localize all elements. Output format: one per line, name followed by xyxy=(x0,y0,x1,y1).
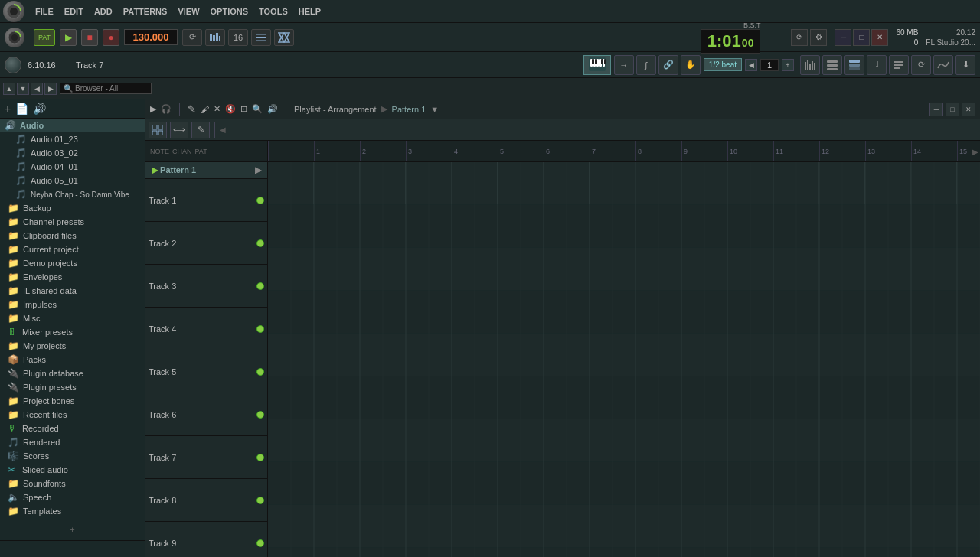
browser-item-speech[interactable]: 🔈 Speech xyxy=(0,490,145,504)
maximize-button[interactable]: □ xyxy=(853,29,870,46)
transport-logo[interactable] xyxy=(5,28,24,47)
browser-item-il-shared[interactable]: 📁 IL shared data xyxy=(0,284,145,298)
piano-roll-button[interactable] xyxy=(583,55,611,75)
pattern-button[interactable]: ⟳ xyxy=(911,55,931,75)
browser-item-impulses[interactable]: 📁 Impulses xyxy=(0,298,145,311)
eq-button[interactable] xyxy=(933,55,953,75)
stop-button[interactable]: ■ xyxy=(81,29,98,46)
table-row[interactable]: Track 2 xyxy=(145,222,267,265)
channel-rack-button[interactable] xyxy=(822,55,842,75)
minimize-button[interactable]: ─ xyxy=(835,29,851,46)
menu-patterns[interactable]: PATTERNS xyxy=(119,5,172,18)
grid-row-8[interactable] xyxy=(268,462,980,505)
grid-row-1[interactable] xyxy=(268,162,980,205)
grid-scroll-left[interactable]: ◀ xyxy=(220,125,226,134)
headphones-icon[interactable]: 🎧 xyxy=(161,104,172,114)
pt-pencil-icon[interactable]: ✎ xyxy=(191,122,210,138)
pattern-grid[interactable] xyxy=(268,162,980,557)
playlist-maximize-btn[interactable]: □ xyxy=(946,103,959,116)
browser-item-scores[interactable]: 🎼 Scores xyxy=(0,449,145,463)
pt-move-icon[interactable]: ⟺ xyxy=(170,122,188,138)
browser-add-icon[interactable]: + xyxy=(5,103,11,115)
menu-file[interactable]: FILE xyxy=(31,5,58,18)
table-row[interactable]: Track 6 xyxy=(145,393,267,436)
menu-edit[interactable]: EDIT xyxy=(60,5,88,18)
paint-icon[interactable]: 🖌 xyxy=(201,105,209,114)
transport-icon-1[interactable]: ⟳ xyxy=(182,29,202,46)
step-plus-button[interactable]: + xyxy=(782,59,794,71)
browser-item-mixer-presets[interactable]: 🎚 Mixer presets xyxy=(0,325,145,339)
menu-add[interactable]: ADD xyxy=(90,5,117,18)
browser-file-icon[interactable]: 📄 xyxy=(15,103,28,115)
magnet-button[interactable]: ∫ xyxy=(636,55,656,75)
app-logo[interactable] xyxy=(3,1,24,22)
piano-view-button[interactable]: ♩ xyxy=(867,55,887,75)
browser-item-current-project[interactable]: 📁 Current project xyxy=(0,243,145,256)
touch-button[interactable]: ✋ xyxy=(681,55,701,75)
close-button[interactable]: ✕ xyxy=(871,29,888,46)
pattern-expand[interactable]: ▶ xyxy=(255,165,261,175)
grid-row-2[interactable] xyxy=(268,205,980,248)
browser-item-packs[interactable]: 📦 Packs xyxy=(0,353,145,366)
play-button[interactable]: ▶ xyxy=(60,29,77,46)
beat-prev-button[interactable]: ◀ xyxy=(745,59,757,71)
transport-icon-4[interactable] xyxy=(251,29,271,46)
browser-item-my-projects[interactable]: 📁 My projects xyxy=(0,339,145,353)
grid-row-6[interactable] xyxy=(268,376,980,419)
time-display[interactable]: 1:01 xyxy=(707,31,741,51)
table-row[interactable]: Track 7 xyxy=(145,436,267,479)
grid-row-7[interactable] xyxy=(268,419,980,462)
browser-speaker-icon[interactable]: 🔊 xyxy=(33,103,46,115)
playlist-close-btn[interactable]: ✕ xyxy=(962,103,975,116)
playlist-play-icon[interactable]: ▶ xyxy=(150,104,156,114)
browser-item-neyba[interactable]: 🎵 Neyba Chap - So Damn Vibe xyxy=(0,187,145,201)
grid-row-5[interactable] xyxy=(268,334,980,376)
snap-button[interactable]: → xyxy=(614,55,634,75)
browser-item-recorded[interactable]: 🎙 Recorded xyxy=(0,422,145,435)
draw-icon[interactable]: ✎ xyxy=(188,103,196,115)
menu-tools[interactable]: TOOLS xyxy=(254,5,292,18)
table-row[interactable]: Track 3 xyxy=(145,265,267,308)
settings-icon[interactable]: ⚙ xyxy=(810,29,827,46)
playlist-button[interactable] xyxy=(844,55,864,75)
menu-view[interactable]: VIEW xyxy=(173,5,204,18)
browser-nav-left[interactable]: ◀ xyxy=(31,83,43,95)
mixer-button[interactable] xyxy=(800,55,820,75)
grid-row-4[interactable] xyxy=(268,291,980,334)
browser-item-plugin-db[interactable]: 🔌 Plugin database xyxy=(0,366,145,380)
browser-item-rendered[interactable]: 🎵 Rendered xyxy=(0,435,145,449)
grid-row-10[interactable] xyxy=(268,548,980,557)
table-row[interactable]: Track 4 xyxy=(145,308,267,350)
browser-item-backup[interactable]: 📁 Backup xyxy=(0,201,145,215)
browser-item-audio05[interactable]: 🎵 Audio 05_01 xyxy=(0,174,145,187)
pattern-name-section[interactable]: ▶ Pattern 1 ▶ xyxy=(145,162,267,179)
browser-nav-down[interactable]: ▼ xyxy=(17,83,29,95)
table-row[interactable]: Track 9 xyxy=(145,522,267,557)
transport-icon-3[interactable]: 16 xyxy=(228,29,248,46)
browser-item-recent-files[interactable]: 📁 Recent files xyxy=(0,408,145,422)
browser-item-demo[interactable]: 📁 Demo projects xyxy=(0,256,145,270)
browser-item-misc[interactable]: 📁 Misc xyxy=(0,311,145,325)
pat-button[interactable]: PAT xyxy=(34,29,55,46)
playlist-minimize-btn[interactable]: ─ xyxy=(929,103,943,116)
transport-icon-2[interactable] xyxy=(205,29,225,46)
browser-item-project-bones[interactable]: 📁 Project bones xyxy=(0,394,145,408)
ruler-scroll-right[interactable]: ▶ xyxy=(972,147,978,155)
browser-nav-right[interactable]: ▶ xyxy=(44,83,57,95)
table-row[interactable]: Track 1 xyxy=(145,179,267,222)
zoomin-icon[interactable]: 🔍 xyxy=(252,104,263,114)
browser-item-plugin-presets[interactable]: 🔌 Plugin presets xyxy=(0,380,145,394)
table-row[interactable]: Track 8 xyxy=(145,479,267,522)
beat-selector[interactable]: 1/2 beat xyxy=(704,58,742,71)
browser-item-soundfonts[interactable]: 📁 Soundfonts xyxy=(0,477,145,490)
browser-item-audio[interactable]: 🔊 Audio xyxy=(0,119,145,132)
record-button[interactable]: ● xyxy=(103,29,119,46)
grid-row-9[interactable] xyxy=(268,505,980,548)
browser-item-audio04[interactable]: 🎵 Audio 04_01 xyxy=(0,160,145,174)
cpu-icon[interactable]: ⟳ xyxy=(791,29,808,46)
mute-icon[interactable]: 🔇 xyxy=(225,104,236,114)
browser-add-button[interactable]: + xyxy=(0,518,145,541)
browser-item-sliced-audio[interactable]: ✂ Sliced audio xyxy=(0,463,145,477)
table-row[interactable]: Track 5 xyxy=(145,350,267,393)
menu-options[interactable]: OPTIONS xyxy=(206,5,253,18)
